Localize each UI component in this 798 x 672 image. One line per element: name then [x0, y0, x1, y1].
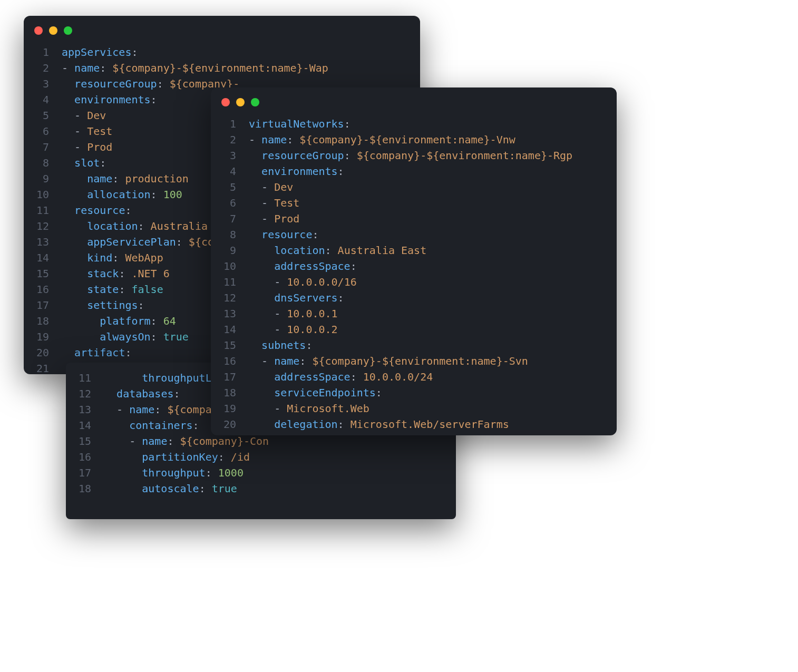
- code-line[interactable]: 4 environments:: [211, 163, 617, 179]
- line-number: 21: [24, 361, 62, 374]
- line-number: 19: [24, 329, 62, 345]
- code-line[interactable]: 14 - 10.0.0.2: [211, 322, 617, 337]
- line-number: 12: [211, 290, 249, 306]
- line-content[interactable]: slot:: [62, 155, 106, 171]
- line-content[interactable]: dnsServers:: [249, 290, 344, 306]
- line-content[interactable]: resource:: [62, 202, 131, 218]
- close-icon[interactable]: [221, 98, 230, 106]
- code-line[interactable]: 16 - name: ${company}-${environment:name…: [211, 353, 617, 369]
- line-content[interactable]: autoscale: true: [104, 481, 237, 496]
- line-content[interactable]: - Test: [249, 195, 299, 211]
- line-content[interactable]: alwaysOn: true: [62, 329, 189, 345]
- line-content[interactable]: name: production: [62, 171, 189, 187]
- code-line[interactable]: 9 location: Australia East: [211, 242, 617, 258]
- line-number: 16: [66, 449, 104, 465]
- code-line[interactable]: 15 - name: ${company}-Con: [66, 433, 456, 449]
- minimize-icon[interactable]: [49, 26, 57, 35]
- line-content[interactable]: databases:: [104, 386, 180, 402]
- code-line[interactable]: 7 - Prod: [211, 211, 617, 227]
- code-line[interactable]: 18 autoscale: true: [66, 481, 456, 496]
- line-content[interactable]: - name: ${company}-${environment:name}-W…: [62, 60, 328, 76]
- code-line[interactable]: 11 - 10.0.0.0/16: [211, 274, 617, 290]
- close-icon[interactable]: [34, 26, 43, 35]
- maximize-icon[interactable]: [64, 26, 72, 35]
- code-line[interactable]: 20 delegation: Microsoft.Web/serverFarms: [211, 416, 617, 432]
- line-content[interactable]: location: Australia East: [249, 242, 426, 258]
- line-number: 20: [211, 416, 249, 432]
- line-number: 18: [66, 481, 104, 496]
- line-number: 17: [66, 465, 104, 481]
- code-line[interactable]: 19 - Microsoft.Web: [211, 401, 617, 416]
- line-number: 2: [211, 132, 249, 148]
- line-content[interactable]: settings:: [62, 297, 144, 313]
- line-content[interactable]: partitionKey: /id: [104, 449, 250, 465]
- line-content[interactable]: - Prod: [249, 211, 299, 227]
- line-content[interactable]: - Microsoft.Web: [249, 401, 369, 416]
- line-content[interactable]: addressSpace:: [249, 258, 357, 274]
- code-line[interactable]: 2- name: ${company}-${environment:name}-…: [211, 132, 617, 148]
- line-number: 16: [211, 353, 249, 369]
- line-content[interactable]: environments:: [62, 92, 157, 108]
- line-number: 3: [211, 148, 249, 163]
- line-content[interactable]: throughputLim: [104, 370, 225, 386]
- line-content[interactable]: - name: ${compa: [104, 402, 212, 417]
- line-content[interactable]: - name: ${company}-${environment:name}-S…: [249, 353, 528, 369]
- code-line[interactable]: 10 addressSpace:: [211, 258, 617, 274]
- code-line[interactable]: 2- name: ${company}-${environment:name}-…: [24, 60, 420, 76]
- line-content[interactable]: serviceEndpoints:: [249, 385, 382, 401]
- code-line[interactable]: 1appServices:: [24, 44, 420, 60]
- maximize-icon[interactable]: [251, 98, 259, 106]
- line-number: 17: [24, 297, 62, 313]
- line-content[interactable]: throughput: 1000: [104, 465, 244, 481]
- minimize-icon[interactable]: [236, 98, 245, 106]
- code-line[interactable]: 5 - Dev: [211, 179, 617, 195]
- line-content[interactable]: appServices:: [62, 44, 138, 60]
- line-number: 6: [211, 195, 249, 211]
- line-content[interactable]: stack: .NET 6: [62, 266, 170, 281]
- line-content[interactable]: - 10.0.0.1: [249, 306, 338, 322]
- line-content[interactable]: delegation: Microsoft.Web/serverFarms: [249, 416, 509, 432]
- line-content[interactable]: - Prod: [62, 139, 112, 155]
- line-number: 16: [24, 281, 62, 297]
- line-content[interactable]: - Dev: [62, 108, 106, 123]
- line-number: 4: [24, 92, 62, 108]
- line-content[interactable]: resourceGroup: ${company}-${environment:…: [249, 148, 572, 163]
- line-content[interactable]: artifact:: [62, 345, 131, 361]
- line-content[interactable]: kind: WebApp: [62, 250, 163, 266]
- line-content[interactable]: resource:: [249, 227, 318, 242]
- line-content[interactable]: - Dev: [249, 179, 293, 195]
- line-content[interactable]: - 10.0.0.0/16: [249, 274, 357, 290]
- line-number: 5: [24, 108, 62, 123]
- editor-window-virtual-networks[interactable]: 1virtualNetworks:2- name: ${company}-${e…: [211, 87, 617, 435]
- line-number: 14: [24, 250, 62, 266]
- line-content[interactable]: - Test: [62, 123, 112, 139]
- line-number: 4: [211, 163, 249, 179]
- line-number: 1: [24, 44, 62, 60]
- code-area[interactable]: 1virtualNetworks:2- name: ${company}-${e…: [211, 112, 617, 435]
- code-line[interactable]: 8 resource:: [211, 227, 617, 242]
- code-line[interactable]: 13 - 10.0.0.1: [211, 306, 617, 322]
- line-content[interactable]: addressSpace: 10.0.0.0/24: [249, 369, 433, 385]
- line-content[interactable]: platform: 64: [62, 313, 176, 329]
- line-content[interactable]: - name: ${company}-${environment:name}-V…: [249, 132, 515, 148]
- code-line[interactable]: 17 addressSpace: 10.0.0.0/24: [211, 369, 617, 385]
- code-line[interactable]: 12 dnsServers:: [211, 290, 617, 306]
- line-content[interactable]: environments:: [249, 163, 344, 179]
- line-number: 17: [211, 369, 249, 385]
- line-content[interactable]: containers:: [104, 417, 199, 433]
- line-content[interactable]: subnets:: [249, 337, 312, 353]
- line-number: 10: [24, 187, 62, 202]
- code-line[interactable]: 16 partitionKey: /id: [66, 449, 456, 465]
- line-content[interactable]: allocation: 100: [62, 187, 182, 202]
- code-line[interactable]: 6 - Test: [211, 195, 617, 211]
- line-content[interactable]: virtualNetworks:: [249, 116, 351, 132]
- line-number: 7: [24, 139, 62, 155]
- line-content[interactable]: - 10.0.0.2: [249, 322, 338, 337]
- line-content[interactable]: state: false: [62, 281, 163, 297]
- code-line[interactable]: 3 resourceGroup: ${company}-${environmen…: [211, 148, 617, 163]
- code-line[interactable]: 17 throughput: 1000: [66, 465, 456, 481]
- code-line[interactable]: 18 serviceEndpoints:: [211, 385, 617, 401]
- code-line[interactable]: 1virtualNetworks:: [211, 116, 617, 132]
- line-content[interactable]: - name: ${company}-Con: [104, 433, 269, 449]
- code-line[interactable]: 15 subnets:: [211, 337, 617, 353]
